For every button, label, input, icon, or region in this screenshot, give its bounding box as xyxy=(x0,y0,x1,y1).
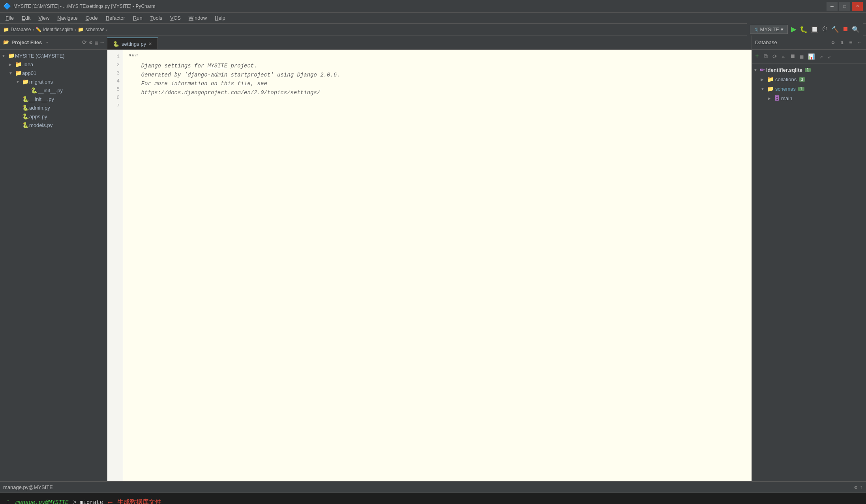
tree-item-init-migrations[interactable]: 🐍 __init__.py xyxy=(0,86,107,95)
chevron-icon: ▾ xyxy=(46,40,48,45)
terminal: manage.py@MYSITE ⚙ ↑ ↑ ↓ ☰ 💾 🗑 🗑 ✕ manag… xyxy=(0,481,866,504)
tree-item-migrations[interactable]: ▼ 📁 migrations xyxy=(0,77,107,86)
schema-icon: 🗄 xyxy=(774,95,780,101)
terminal-up-icon[interactable]: ↑ xyxy=(6,497,10,504)
folder-icon: 📁 xyxy=(767,76,774,82)
db-tree-item-main[interactable]: ▶ 🗄 main xyxy=(752,93,866,103)
db-copy-icon[interactable]: ⧉ xyxy=(762,52,769,60)
db-export-icon[interactable]: ↗ xyxy=(818,52,824,61)
close-button[interactable]: ✕ xyxy=(852,2,863,11)
run-button[interactable]: ▶ xyxy=(791,25,797,34)
db-import-icon[interactable]: ↙ xyxy=(826,52,832,61)
db-sort-icon[interactable]: ⇅ xyxy=(839,38,845,47)
gear-icon[interactable]: ⋯ xyxy=(101,39,104,46)
main-area: 📂 Project Files ▾ ⟳ ⚙ ▤ ⋯ ▼ 📁 MYSITE (C:… xyxy=(0,35,866,481)
tree-item-app01[interactable]: ▼ 📁 app01 xyxy=(0,69,107,77)
tree-item-init-app01[interactable]: 🐍 __init__.py xyxy=(0,95,107,103)
menu-item-edit[interactable]: Edit xyxy=(18,13,34,22)
debug-button[interactable]: 🐛 xyxy=(800,26,808,33)
expand-arrow: ▶ xyxy=(768,96,774,101)
sync-icon[interactable]: ⟳ xyxy=(82,39,87,46)
editor[interactable]: 1 2 3 4 5 6 7 """ Django settings for MY… xyxy=(107,50,752,481)
expand-arrow: ▶ xyxy=(9,62,15,67)
window-controls: ─ □ ✕ xyxy=(827,2,863,11)
menu-item-view[interactable]: View xyxy=(34,13,53,22)
py-icon: 🐍 xyxy=(22,96,29,102)
py-icon: 🐍 xyxy=(31,87,38,93)
menu-item-refactor[interactable]: Refactor xyxy=(102,13,129,22)
center-panel: 🐍 settings.py ✕ 1 2 3 4 5 6 7 """ Django… xyxy=(107,35,752,481)
db-tree-item-collations[interactable]: ▶ 📁 collations 3 xyxy=(752,75,866,84)
breadcrumb-schemas[interactable]: 📁 schemas xyxy=(78,27,104,32)
coverage-button[interactable]: 🔲 xyxy=(811,26,819,33)
db-schema-icon[interactable]: 📊 xyxy=(806,52,816,61)
main-label: main xyxy=(781,95,792,101)
tree-item-apps[interactable]: 🐍 apps.py xyxy=(0,112,107,121)
db-tree-item-schemas[interactable]: ▼ 📁 schemas 1 xyxy=(752,84,866,93)
breadcrumb-sep-1: › xyxy=(32,27,34,32)
run-config-selector[interactable]: dj MYSITE ▾ xyxy=(750,25,788,34)
maximize-button[interactable]: □ xyxy=(839,2,850,11)
menu-item-navigate[interactable]: Navigate xyxy=(53,13,81,22)
db-tree-item-sqlite[interactable]: ▼ ✏ identifier.sqlite 1 xyxy=(752,65,866,75)
db-edit-icon[interactable]: ✏ xyxy=(780,52,787,61)
menu-item-code[interactable]: Code xyxy=(82,13,102,22)
tree-item-admin[interactable]: 🐍 admin.py xyxy=(0,103,107,112)
collations-label: collations xyxy=(775,77,797,82)
db-grid-icon[interactable]: ▦ xyxy=(799,52,805,61)
breadcrumb-sqlite[interactable]: ✏️ identifier.sqlite xyxy=(36,27,73,32)
db-refresh-icon[interactable]: ⟳ xyxy=(771,52,779,61)
terminal-title: manage.py@MYSITE xyxy=(3,484,53,490)
breadcrumb: 📁 Database › ✏️ identifier.sqlite › 📁 sc… xyxy=(0,24,866,35)
folder-icon: 📁 xyxy=(15,70,22,76)
db-settings-icon[interactable]: ⚙ xyxy=(830,38,836,47)
db-toolbar: + ⧉ ⟳ ✏ ⏹ ▦ 📊 ↗ ↙ xyxy=(752,50,866,63)
py-tab-icon: 🐍 xyxy=(113,41,119,47)
stop-button[interactable]: ⏹ xyxy=(842,26,849,33)
db-stop-icon[interactable]: ⏹ xyxy=(788,52,797,60)
folder-icon: 📁 xyxy=(8,52,15,59)
file-tree: ▼ 📁 MYSITE (C:\MYSITE) ▶ 📁 .idea ▼ 📁 app… xyxy=(0,50,107,481)
expand-arrow: ▼ xyxy=(2,54,8,58)
db-add-icon[interactable]: + xyxy=(754,52,761,61)
terminal-prompt-1: manage.py@MYSITE xyxy=(15,498,68,504)
annotation-arrow: ← xyxy=(108,496,112,504)
tab-settings-py[interactable]: 🐍 settings.py ✕ xyxy=(107,37,158,49)
terminal-content[interactable]: ↑ ↓ ☰ 💾 🗑 🗑 ✕ manage.py@MYSITE > migrate… xyxy=(0,493,866,504)
minimize-button[interactable]: ─ xyxy=(827,2,838,11)
build-button[interactable]: 🔨 xyxy=(831,26,839,33)
titlebar: 🔷 MYSITE [C:\MYSITE] - ...\MYSITE\settin… xyxy=(0,0,866,13)
schemas-badge: 1 xyxy=(798,87,804,91)
breadcrumb-database[interactable]: 📁 Database xyxy=(3,27,31,32)
menu-item-run[interactable]: Run xyxy=(129,13,146,22)
code-line-2: Django settings for MYSITE project. xyxy=(128,62,747,70)
settings-icon[interactable]: ⚙ xyxy=(89,39,92,46)
breadcrumb-sep-2: › xyxy=(75,27,76,32)
collapse-icon[interactable]: ▤ xyxy=(95,39,98,46)
collations-badge: 3 xyxy=(799,77,805,82)
line-numbers: 1 2 3 4 5 6 7 xyxy=(107,50,123,481)
profile-button[interactable]: ⏱ xyxy=(822,26,828,33)
tab-close-icon[interactable]: ✕ xyxy=(148,41,152,47)
window-title: MYSITE [C:\MYSITE] - ...\MYSITE\settings… xyxy=(13,4,827,9)
search-button[interactable]: 🔍 xyxy=(852,26,860,33)
menu-item-tools[interactable]: Tools xyxy=(146,13,166,22)
folder-icon: 📁 xyxy=(22,78,29,85)
tree-item-mysite[interactable]: ▼ 📁 MYSITE (C:\MYSITE) xyxy=(0,51,107,60)
code-line-4: Generated by 'django-admin startproject'… xyxy=(128,71,747,79)
db-collapse-icon[interactable]: ← xyxy=(857,39,863,47)
code-line-7: https://docs.djangoproject.com/en/2.0/to… xyxy=(128,88,747,97)
tree-item-models[interactable]: 🐍 models.py xyxy=(0,121,107,129)
terminal-maximize-icon[interactable]: ↑ xyxy=(860,484,863,491)
app-icon: 🔷 xyxy=(3,2,11,10)
menu-item-window[interactable]: Window xyxy=(185,13,211,22)
annotation-text: 生成数据库文件 xyxy=(117,497,161,504)
menu-item-file[interactable]: File xyxy=(2,13,18,22)
terminal-settings-icon[interactable]: ⚙ xyxy=(854,484,857,491)
tree-item-idea[interactable]: ▶ 📁 .idea xyxy=(0,60,107,69)
menu-item-help[interactable]: Help xyxy=(211,13,229,22)
expand-arrow: ▼ xyxy=(16,80,22,84)
terminal-cmd-1: > migrate xyxy=(73,498,103,504)
db-config-icon[interactable]: ≡ xyxy=(847,39,854,47)
menu-item-vcs[interactable]: VCS xyxy=(166,13,185,22)
